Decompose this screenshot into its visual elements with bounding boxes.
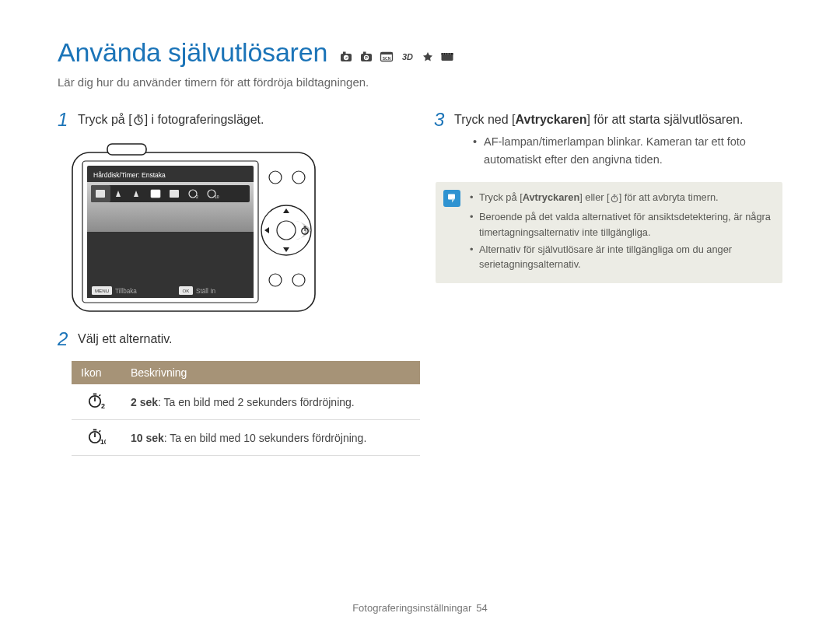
mode-magic-icon [421, 51, 435, 63]
svg-rect-27 [96, 190, 105, 198]
svg-text:OK: OK [183, 288, 191, 293]
page-subtitle: Lär dig hur du använder timern för att f… [58, 75, 782, 89]
svg-text:10: 10 [215, 194, 219, 199]
step1-text: Tryck på [] i fotograferingsläget. [78, 110, 264, 131]
note-item: Tryck på [Avtryckaren] eller [] för att … [470, 190, 772, 208]
svg-point-13 [443, 53, 443, 54]
svg-rect-1 [343, 52, 346, 54]
svg-point-2 [344, 55, 348, 60]
mode-3d-icon: 3D [399, 51, 416, 63]
step-number-1: 1 [58, 110, 70, 131]
table-row: 10 10 sek: Ta en bild med 10 sekunders f… [72, 420, 420, 456]
note-item: Alternativ för självutlösare är inte til… [470, 242, 772, 273]
svg-text:10: 10 [100, 438, 106, 445]
option-desc: 10 sek: Ta en bild med 10 sekunders förd… [121, 420, 420, 456]
svg-line-19 [141, 115, 142, 116]
note-item: Beroende på det valda alternativet för a… [470, 209, 772, 240]
svg-rect-51 [93, 394, 96, 395]
svg-rect-59 [613, 194, 614, 195]
mode-program-icon: P [359, 51, 374, 63]
timer-2sec-icon: 2 [72, 384, 121, 420]
svg-point-16 [450, 53, 450, 54]
note-box: Tryck på [Avtryckaren] eller [] för att … [436, 182, 782, 283]
svg-text:Ställ In: Ställ In [196, 288, 215, 295]
svg-text:2: 2 [101, 402, 105, 409]
step-number-2: 2 [58, 330, 70, 349]
svg-rect-18 [137, 114, 139, 115]
svg-text:2: 2 [196, 194, 198, 199]
svg-rect-4 [363, 52, 366, 54]
svg-rect-21 [107, 144, 146, 155]
page-title: Använda självutlösaren [58, 37, 327, 68]
svg-text:MENU: MENU [95, 288, 109, 293]
option-desc: 2 sek: Ta en bild med 2 sekunders fördrö… [121, 384, 420, 420]
svg-text:3D: 3D [402, 52, 413, 61]
timer-button-icon [132, 113, 145, 131]
svg-rect-29 [170, 190, 179, 198]
svg-rect-47 [304, 226, 306, 227]
step3-text: Tryck ned [Avtryckaren] för att starta s… [454, 110, 782, 168]
svg-point-48 [269, 274, 282, 286]
options-header-icon: Ikon [72, 361, 121, 384]
step2-text: Välj ett alternativ. [78, 330, 173, 349]
svg-point-14 [445, 53, 446, 54]
options-header-desc: Beskrivning [121, 361, 420, 384]
mode-smart-icon [338, 51, 354, 63]
svg-point-15 [447, 53, 448, 54]
svg-rect-28 [151, 190, 160, 198]
step3-bullet: AF-lampan/timerlampan blinkar. Kameran t… [473, 133, 782, 168]
svg-line-60 [616, 195, 617, 196]
camera-illustration: Hårddisk/Timer: Enstaka [72, 143, 406, 313]
svg-point-49 [292, 274, 305, 286]
svg-rect-8 [381, 53, 393, 55]
svg-rect-55 [93, 429, 96, 431]
svg-point-41 [269, 171, 282, 184]
note-icon [443, 190, 460, 207]
mode-icon-row: P SCN 3D [338, 51, 455, 63]
page-footer: Fotograferingsinställningar54 [0, 602, 840, 614]
timer-10sec-icon: 10 [72, 420, 121, 456]
timer-button-icon [610, 192, 619, 208]
options-table: Ikon Beskrivning 2 2 sek: Ta en bild med… [72, 361, 420, 456]
svg-line-52 [99, 395, 100, 397]
svg-point-42 [292, 171, 305, 184]
mode-movie-icon [439, 51, 455, 63]
svg-text:Tillbaka: Tillbaka [115, 288, 137, 295]
svg-point-44 [277, 221, 296, 240]
svg-line-56 [99, 431, 100, 433]
mode-scene-icon: SCN [379, 51, 394, 63]
table-row: 2 2 sek: Ta en bild med 2 sekunders förd… [72, 384, 420, 420]
svg-text:P: P [365, 55, 368, 60]
step-number-3: 3 [434, 110, 446, 168]
lcd-title: Hårddisk/Timer: Enstaka [93, 171, 166, 179]
svg-text:SCN: SCN [383, 56, 391, 61]
svg-rect-34 [87, 283, 254, 298]
